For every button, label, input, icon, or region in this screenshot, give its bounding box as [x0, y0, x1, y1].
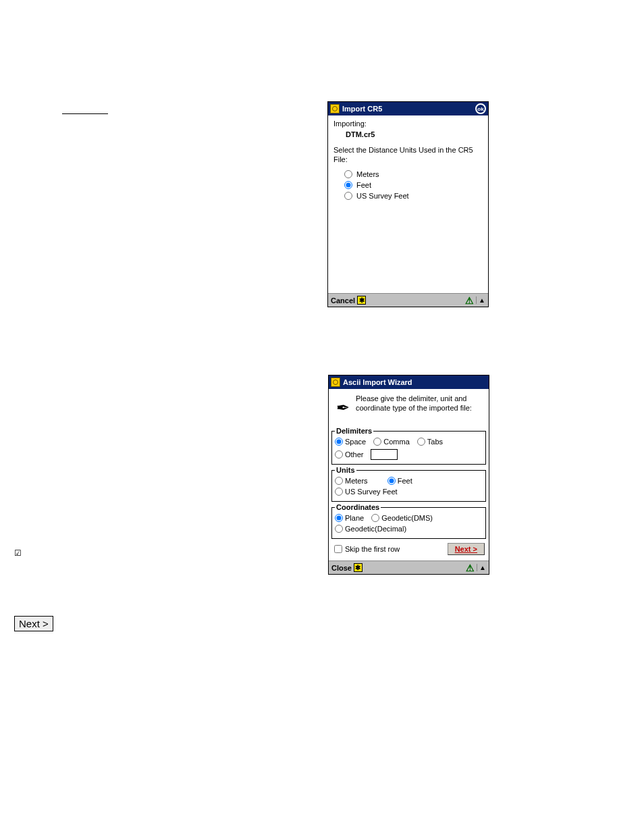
delimiters-legend: Delimiters: [335, 427, 373, 435]
radio-us-survey-feet-row[interactable]: US Survey Feet: [344, 192, 483, 200]
ok-button[interactable]: ok: [475, 103, 486, 114]
radio-meters-row[interactable]: Meters: [344, 170, 483, 178]
next-button-outer[interactable]: Next >: [14, 616, 53, 631]
import-cr5-dialog: Import CR5 ok Importing: DTM.cr5 Select …: [327, 101, 489, 307]
radio-other-row[interactable]: Other: [335, 450, 364, 459]
warning-icon[interactable]: ⚠: [466, 563, 475, 573]
sip-icon[interactable]: ✱: [354, 563, 363, 572]
wizard-description: Please give the delimiter, unit and coor…: [356, 394, 485, 413]
radio-meters-row[interactable]: Meters: [335, 477, 368, 485]
heading-underline: [62, 113, 108, 114]
radio-meters[interactable]: [344, 170, 352, 178]
menu-up-icon[interactable]: ▲: [476, 296, 485, 304]
radio-us-survey-feet-label: US Survey Feet: [345, 488, 398, 496]
radio-meters-label: Meters: [356, 170, 379, 178]
radio-us-survey-feet[interactable]: [335, 488, 343, 496]
dialog-body: Importing: DTM.cr5 Select the Distance U…: [328, 115, 488, 293]
units-legend: Units: [335, 466, 356, 474]
radio-feet[interactable]: [387, 477, 396, 485]
radio-space-label: Space: [345, 438, 366, 446]
warning-icon[interactable]: ⚠: [465, 295, 474, 306]
titlebar: Ascii Import Wizard: [329, 375, 489, 389]
radio-us-survey-feet-label: US Survey Feet: [356, 192, 409, 200]
window-title: Import CR5: [342, 105, 475, 113]
radio-plane[interactable]: [335, 514, 343, 522]
radio-geodetic-dms-label: Geodetic(DMS): [381, 514, 433, 522]
radio-plane-row[interactable]: Plane: [335, 514, 364, 522]
other-delimiter-input[interactable]: [371, 449, 398, 460]
units-group: Units Meters Feet US Survey Feet: [331, 466, 486, 502]
radio-feet-row[interactable]: Feet: [344, 181, 483, 189]
radio-us-survey-feet[interactable]: [344, 192, 352, 200]
radio-space[interactable]: [335, 438, 343, 446]
radio-geodetic-decimal-row[interactable]: Geodetic(Decimal): [335, 525, 406, 533]
radio-other-label: Other: [345, 450, 364, 459]
radio-tabs-row[interactable]: Tabs: [417, 438, 443, 446]
coordinates-legend: Coordinates: [335, 503, 381, 511]
radio-geodetic-dms[interactable]: [371, 514, 379, 522]
radio-meters[interactable]: [335, 477, 343, 485]
radio-feet-label: Feet: [356, 181, 371, 189]
radio-space-row[interactable]: Space: [335, 438, 366, 446]
statusbar: Close ✱ ⚠ ▲: [329, 561, 489, 574]
titlebar: Import CR5 ok: [328, 102, 488, 115]
radio-tabs[interactable]: [417, 438, 425, 446]
radio-geodetic-decimal-label: Geodetic(Decimal): [345, 525, 406, 533]
skip-first-row-label: Skip the first row: [345, 545, 400, 553]
instruction-text: Select the Distance Units Used in the CR…: [333, 145, 483, 165]
pen-icon: ✒: [333, 394, 353, 421]
close-button[interactable]: Close: [331, 564, 352, 572]
radio-feet[interactable]: [344, 181, 352, 189]
radio-tabs-label: Tabs: [427, 438, 443, 446]
dialog-body: ✒ Please give the delimiter, unit and co…: [329, 389, 489, 561]
skip-first-row-checkbox[interactable]: [334, 545, 342, 553]
statusbar: Cancel ✱ ⚠ ▲: [328, 293, 488, 307]
radio-feet-row[interactable]: Feet: [387, 477, 412, 485]
checkbox-glyph: ☑: [14, 548, 22, 558]
skip-first-row-check[interactable]: Skip the first row: [334, 545, 400, 553]
radio-comma[interactable]: [373, 438, 381, 446]
coordinates-group: Coordinates Plane Geodetic(DMS) Geodetic…: [331, 503, 486, 539]
radio-feet-label: Feet: [398, 477, 412, 485]
radio-comma-label: Comma: [383, 438, 410, 446]
radio-geodetic-decimal[interactable]: [335, 525, 343, 533]
app-icon: [330, 104, 340, 113]
radio-us-survey-feet-row[interactable]: US Survey Feet: [335, 488, 398, 496]
radio-comma-row[interactable]: Comma: [373, 438, 410, 446]
ascii-import-wizard-dialog: Ascii Import Wizard ✒ Please give the de…: [328, 375, 489, 575]
delimiters-group: Delimiters Space Comma Tabs Othe: [331, 427, 486, 465]
menu-up-icon[interactable]: ▲: [477, 564, 486, 571]
radio-geodetic-dms-row[interactable]: Geodetic(DMS): [371, 514, 433, 522]
importing-label: Importing:: [333, 120, 483, 128]
next-button[interactable]: Next >: [448, 543, 485, 555]
window-title: Ascii Import Wizard: [343, 378, 487, 386]
radio-other[interactable]: [335, 450, 343, 459]
importing-filename: DTM.cr5: [346, 130, 483, 138]
app-icon: [331, 377, 340, 387]
cancel-button[interactable]: Cancel: [331, 296, 355, 305]
radio-meters-label: Meters: [345, 477, 368, 485]
sip-icon[interactable]: ✱: [357, 296, 366, 305]
radio-plane-label: Plane: [345, 514, 364, 522]
